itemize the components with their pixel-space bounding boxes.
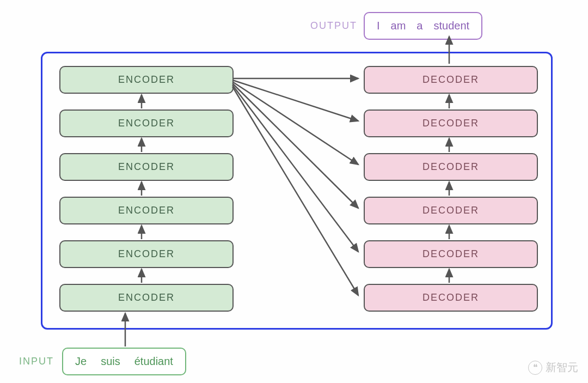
output-label: OUTPUT — [310, 20, 357, 32]
input-box: Je suis étudiant — [62, 348, 186, 375]
encoder-block: ENCODER — [59, 240, 234, 268]
output-box: I am a student — [364, 12, 482, 40]
decoder-block: DECODER — [364, 110, 538, 137]
input-label: INPUT — [19, 356, 54, 367]
encoder-block: ENCODER — [59, 284, 234, 312]
input-token: Je — [75, 355, 87, 368]
watermark-text: 新智元 — [546, 360, 578, 375]
decoder-block: DECODER — [364, 197, 538, 224]
model-container: ENCODER ENCODER ENCODER ENCODER ENCODER … — [41, 52, 553, 330]
input-row: INPUT Je suis étudiant — [19, 348, 186, 375]
decoder-block: DECODER — [364, 153, 538, 181]
decoder-block: DECODER — [364, 284, 538, 312]
input-token: étudiant — [134, 355, 173, 368]
encoder-block: ENCODER — [59, 197, 234, 224]
output-token: I — [377, 20, 380, 32]
wechat-icon: ❝ — [528, 361, 542, 375]
decoder-stack: DECODER DECODER DECODER DECODER DECODER … — [364, 66, 538, 312]
output-token: a — [416, 20, 422, 32]
output-row: OUTPUT I am a student — [310, 12, 482, 40]
encoder-block: ENCODER — [59, 110, 234, 137]
input-token: suis — [101, 355, 120, 368]
watermark: ❝ 新智元 — [528, 360, 578, 375]
encoder-block: ENCODER — [59, 66, 234, 94]
output-token: student — [433, 20, 469, 32]
encoder-stack: ENCODER ENCODER ENCODER ENCODER ENCODER … — [59, 66, 234, 312]
output-token: am — [391, 20, 406, 32]
encoder-block: ENCODER — [59, 153, 234, 181]
decoder-block: DECODER — [364, 240, 538, 268]
decoder-block: DECODER — [364, 66, 538, 94]
